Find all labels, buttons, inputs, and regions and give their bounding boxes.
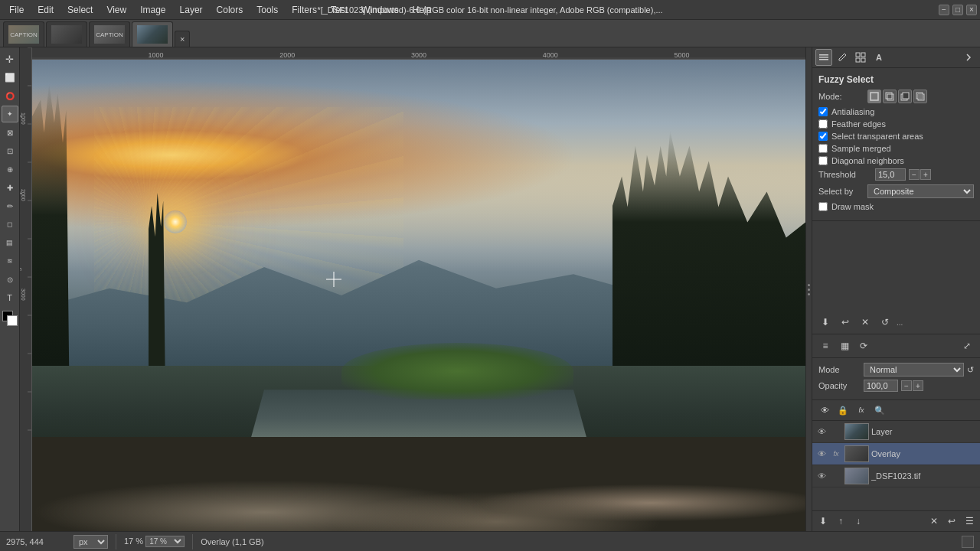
layer-opacity-label: Opacity <box>818 381 861 390</box>
heal-tool[interactable]: ✚ <box>2 179 18 196</box>
lasso-tool[interactable]: ⭕ <box>2 87 18 104</box>
tab-2[interactable] <box>46 21 87 47</box>
menu-edit[interactable]: Edit <box>31 3 60 17</box>
eraser-tool[interactable]: ◻ <box>2 216 18 233</box>
foreground-background-colors[interactable] <box>2 311 18 326</box>
close-button[interactable]: × <box>966 5 977 15</box>
sample-merged-checkbox[interactable] <box>818 144 828 153</box>
tab-4[interactable] <box>132 21 173 47</box>
status-separator-1 <box>116 534 116 549</box>
restore-button[interactable]: □ <box>952 5 963 15</box>
lower-layer-btn[interactable]: ↓ <box>851 514 866 529</box>
crop-tool[interactable]: ⊡ <box>2 142 18 159</box>
duplicate-layer-btn[interactable]: ✕ <box>926 514 942 529</box>
channels-tab-btn[interactable]: ▦ <box>836 337 853 354</box>
svg-rect-25 <box>886 93 892 99</box>
opacity-minus-btn[interactable]: − <box>901 380 912 391</box>
menu-image[interactable]: Image <box>134 3 172 17</box>
layer-opacity-input[interactable] <box>864 380 898 392</box>
layer-thumb-layer <box>844 423 869 440</box>
layer-eye-overlay[interactable]: 👁 <box>815 448 828 460</box>
transform-tool[interactable]: ⊠ <box>2 124 18 141</box>
tab-3[interactable]: CAPTION <box>89 21 130 47</box>
move-tool[interactable]: ✛ <box>2 51 18 67</box>
mode-subtract-btn[interactable] <box>898 90 912 103</box>
image-canvas[interactable] <box>32 60 805 531</box>
unit-selector[interactable]: px mm cm in <box>74 535 108 549</box>
canvas-container[interactable] <box>32 60 805 531</box>
text-tool[interactable]: T <box>2 289 18 306</box>
delete-btn[interactable]: ✕ <box>857 314 874 331</box>
more-options-dots[interactable]: ... <box>897 318 903 327</box>
tab-1[interactable]: CAPTION <box>3 21 44 47</box>
new-layer-from-visible-btn[interactable]: ⬇ <box>815 514 831 529</box>
tool-options-tab[interactable] <box>815 49 832 66</box>
zoom-dropdown[interactable]: 17 % 25 % 50 % 100 % <box>145 536 185 547</box>
expand-layers-btn[interactable]: ⤢ <box>959 337 975 354</box>
paint-tool[interactable]: ✏ <box>2 197 18 214</box>
layer-mode-refresh-icon[interactable]: ↺ <box>967 365 974 375</box>
layer-eye-layer[interactable]: 👁 <box>815 425 828 438</box>
menu-test[interactable]: Test <box>325 3 354 17</box>
reset-btn[interactable]: ↺ <box>877 314 893 331</box>
layer-fx-icon[interactable]: fx <box>854 403 869 418</box>
threshold-minus-btn[interactable]: − <box>909 169 920 180</box>
pencil-tab[interactable] <box>834 49 851 66</box>
smudge-tool[interactable]: ≋ <box>2 253 18 269</box>
layer-row-layer[interactable]: 👁 Layer <box>812 421 980 443</box>
select-transparent-checkbox[interactable] <box>818 132 828 141</box>
undo-btn[interactable]: ↩ <box>837 314 854 331</box>
mode-add-btn[interactable] <box>883 90 897 103</box>
layer-fx-overlay[interactable]: fx <box>830 448 842 460</box>
layer-lock-icon[interactable]: 🔒 <box>835 403 851 418</box>
mode-replace-btn[interactable] <box>867 90 881 103</box>
anchor-layer-btn[interactable]: ↩ <box>944 514 959 529</box>
svg-rect-24 <box>871 93 878 100</box>
paths-tab-btn[interactable]: ⟳ <box>855 337 872 354</box>
status-zoom-fit-btn[interactable] <box>962 536 974 548</box>
menu-help[interactable]: Help <box>407 3 438 17</box>
zoom-tool[interactable]: ⊙ <box>2 271 18 288</box>
draw-mask-checkbox[interactable] <box>818 202 828 211</box>
layer-row-tif[interactable]: 👁 _DSF1023.tif <box>812 465 980 487</box>
fuzzy-select-tool[interactable]: ✦ <box>2 106 18 122</box>
menu-layer[interactable]: Layer <box>174 3 209 17</box>
diagonal-neighbors-checkbox[interactable] <box>818 156 828 165</box>
mode-buttons <box>867 90 927 103</box>
panel-handle[interactable] <box>805 47 812 531</box>
svg-rect-17 <box>819 54 828 56</box>
opacity-plus-btn[interactable]: + <box>913 380 923 391</box>
clone-tool[interactable]: ⊕ <box>2 161 18 178</box>
raise-layer-btn[interactable]: ↑ <box>833 514 848 529</box>
menu-select[interactable]: Select <box>61 3 99 17</box>
layer-mode-dropdown[interactable]: Normal Multiply Screen Overlay <box>864 363 964 377</box>
layers-tab-btn[interactable]: ≡ <box>817 337 834 354</box>
layer-row-overlay[interactable]: 👁 fx Overlay <box>812 443 980 465</box>
select-by-dropdown[interactable]: Composite Red Green Blue Alpha Hue Satur… <box>867 184 974 198</box>
rect-select-tool[interactable]: ⬜ <box>2 69 18 86</box>
grid-tab[interactable] <box>852 49 869 66</box>
canvas-area[interactable]: 1000 2000 3000 4000 5000 <box>32 47 805 531</box>
gradient-tool[interactable]: ▤ <box>2 234 18 251</box>
layer-eye-tif[interactable]: 👁 <box>815 470 828 482</box>
layer-visibility-icon[interactable]: 👁 <box>817 403 832 418</box>
layer-search-icon[interactable]: 🔍 <box>872 403 887 418</box>
restore-defaults-btn[interactable]: ⬇ <box>817 314 834 331</box>
mode-intersect-btn[interactable] <box>913 90 927 103</box>
antialiasing-checkbox[interactable] <box>818 107 828 116</box>
status-bar: 2975, 444 px mm cm in 17 % 17 % 25 % 50 … <box>0 531 980 551</box>
minimize-button[interactable]: − <box>939 5 949 15</box>
menu-view[interactable]: View <box>100 3 132 17</box>
new-layer-btn[interactable]: ☰ <box>962 514 977 529</box>
menu-filters[interactable]: Filters <box>286 3 323 17</box>
menu-file[interactable]: File <box>3 3 30 17</box>
menu-windows[interactable]: Windows <box>355 3 405 17</box>
feather-edges-checkbox[interactable] <box>818 119 828 129</box>
menu-tools[interactable]: Tools <box>250 3 284 17</box>
font-tab[interactable]: A <box>871 49 887 66</box>
menu-colors[interactable]: Colors <box>211 3 250 17</box>
tab-close[interactable]: × <box>175 31 190 47</box>
threshold-input[interactable] <box>875 168 906 181</box>
expand-right-panel[interactable] <box>960 49 977 66</box>
threshold-plus-btn[interactable]: + <box>920 169 931 180</box>
